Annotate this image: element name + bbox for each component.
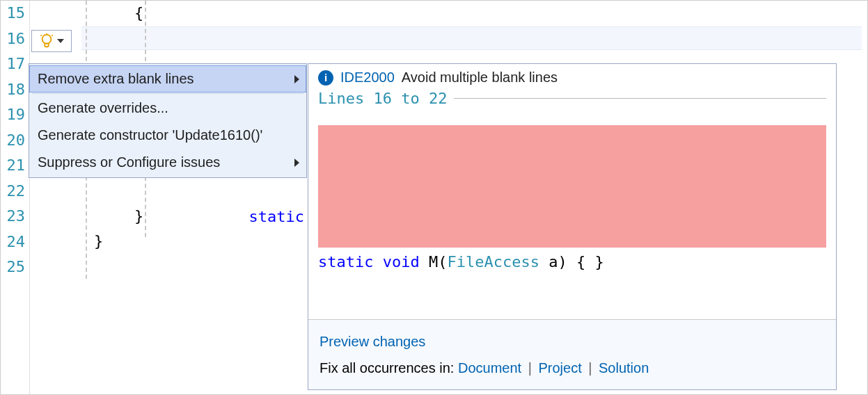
preview-header: i IDE2000 Avoid multiple blank lines [308, 64, 836, 90]
fix-scope-project-link[interactable]: Project [538, 360, 581, 376]
keyword: static [318, 253, 373, 271]
preview-range-row: Lines 16 to 22 [308, 90, 836, 111]
line-number: 20 [1, 128, 29, 154]
fix-scope-document-link[interactable]: Document [458, 360, 521, 376]
line-number: 17 [1, 51, 29, 77]
preview-changes-link[interactable]: Preview changes [319, 334, 425, 349]
line-number: 19 [1, 102, 29, 128]
chevron-down-icon [57, 39, 64, 43]
svg-point-0 [42, 35, 52, 44]
diagnostic-description: Avoid multiple blank lines [402, 70, 558, 86]
line-number: 22 [1, 179, 29, 204]
line-number: 24 [1, 229, 29, 255]
menu-item-label: Generate overrides... [38, 100, 168, 116]
line-number: 18 [1, 77, 29, 103]
keyword: void [383, 253, 420, 271]
line-number-gutter: 15 16 17 18 19 20 21 22 23 24 25 [1, 1, 30, 394]
submenu-arrow-icon [294, 75, 299, 83]
svg-line-2 [40, 35, 41, 35]
lightbulb-icon [39, 33, 54, 49]
quick-actions-menu: Remove extra blank lines Generate overri… [29, 63, 307, 178]
menu-item-label: Suppress or Configure issues [38, 154, 220, 170]
line-number: 25 [1, 255, 29, 280]
line-number: 15 [1, 1, 29, 26]
menu-separator [32, 93, 303, 94]
code-line: { [134, 1, 143, 26]
line-number: 23 [1, 204, 29, 229]
qa-item-generate-constructor[interactable]: Generate constructor 'Update1610()' [29, 122, 306, 149]
fix-scope-solution-link[interactable]: Solution [599, 360, 649, 376]
diagnostic-id[interactable]: IDE2000 [340, 70, 395, 86]
preview-diff-body: static void M(FileAccess a) { } [308, 111, 836, 319]
preview-code-line: static void M(FileAccess a) { } [318, 248, 826, 271]
code-text: M( [420, 253, 448, 271]
info-icon: i [318, 70, 333, 86]
submenu-arrow-icon [294, 159, 299, 167]
svg-line-3 [52, 35, 52, 35]
code-line: } [94, 229, 103, 255]
line-number: 16 [1, 26, 29, 52]
separator: | [526, 360, 535, 376]
quick-actions-lightbulb-button[interactable] [31, 30, 72, 52]
preview-footer: Preview changes Fix all occurrences in: … [308, 319, 836, 389]
qa-item-generate-overrides[interactable]: Generate overrides... [29, 95, 306, 122]
qa-item-suppress-configure[interactable]: Suppress or Configure issues [29, 149, 306, 176]
fix-occurrences-label: Fix all occurrences in: [319, 360, 454, 376]
code-text: a) { } [539, 253, 604, 271]
current-line-highlight [81, 26, 862, 50]
divider [454, 98, 826, 99]
menu-item-label: Remove extra blank lines [38, 71, 194, 87]
menu-item-label: Generate constructor 'Update1610()' [38, 127, 262, 143]
line-number: 21 [1, 153, 29, 179]
code-fix-preview-panel: i IDE2000 Avoid multiple blank lines Lin… [308, 63, 837, 390]
code-line: } [134, 204, 143, 229]
preview-line-range: Lines 16 to 22 [318, 90, 447, 107]
separator: | [585, 360, 594, 376]
qa-item-remove-blank-lines[interactable]: Remove extra blank lines [29, 65, 306, 92]
removed-lines-block [318, 125, 826, 248]
type-name: FileAccess [447, 253, 539, 271]
keyword: static [248, 208, 303, 225]
